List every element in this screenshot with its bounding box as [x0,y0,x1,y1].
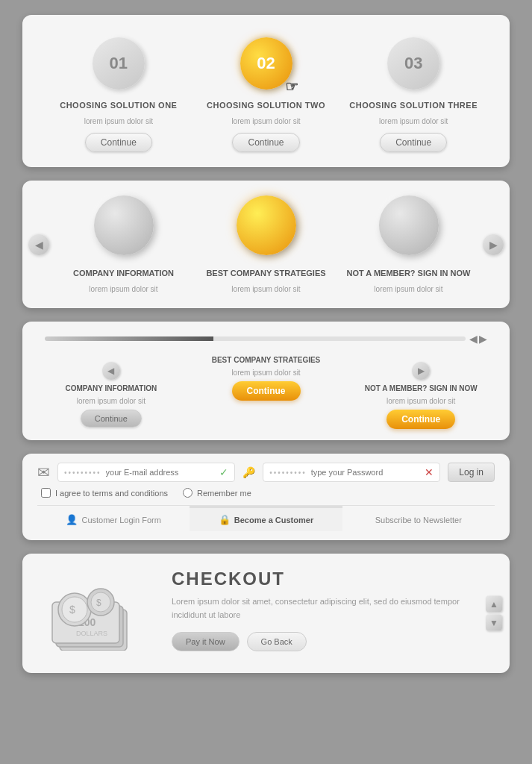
checkbox-row: I agree to terms and conditions Remember… [37,488,495,498]
ball-3 [379,195,439,255]
ball-col-2: BEST COMPANY STRATEGIES lorem ipsum dolo… [195,195,337,293]
p3-sub-3: lorem ipsum dolor sit [387,397,455,405]
remember-check: Remember me [183,488,251,498]
email-check-icon: ✓ [219,466,228,478]
envelope-icon: ✉ [37,463,50,481]
p3-col-2: BEST COMPANY STRATEGIES lorem ipsum dolo… [193,356,340,429]
checkout-icon-area: 100 DOLLARS $ $ [37,569,157,658]
remember-radio[interactable] [183,488,193,498]
key-icon: 🔑 [242,466,255,478]
step-2: 02 CHOOSING SOLUTION TWO lorem ipsum dol… [193,37,340,152]
step-sub-3: lorem ipsum dolor sit [379,117,448,125]
ball-2-active [237,195,296,255]
p3-title-3: NOT A MEMBER? SIGN IN NOW [365,384,478,392]
progress-track [45,336,466,341]
password-input[interactable] [311,468,421,477]
email-input[interactable] [106,468,216,477]
email-dots: ••••••••• [64,469,101,477]
step-title-2: CHOOSING SOLUTION TWO [207,101,325,110]
ball-title-3: NOT A MEMBER? SIGN IN NOW [346,269,470,278]
password-dots: ••••••••• [269,469,307,477]
scroll-down-button[interactable]: ▼ [486,615,502,631]
p3-right-arrow-3[interactable]: ▶ [412,362,430,380]
p3-btn-1[interactable]: Continue [81,410,142,428]
checkout-buttons: Pay it Now Go Back [172,632,495,651]
checkout-title: CHECKOUT [172,569,495,589]
step-circle-3: 03 [387,37,439,90]
p3-col-3: ▶ NOT A MEMBER? SIGN IN NOW lorem ipsum … [347,356,495,429]
prog-arrow-right[interactable]: ▶ [479,333,487,345]
checkout-panel: 100 DOLLARS $ $ CHECKOUT Lorem ipsum dol… [22,554,510,673]
step-circle-2: 02 [240,37,292,90]
step-circle-1: 01 [93,37,145,90]
svg-text:$: $ [69,604,75,616]
ball-sub-2: lorem ipsum dolor sit [231,285,300,293]
p3-cols: ◀ COMPANY INFORMATION lorem ipsum dolor … [37,356,495,429]
terms-check: I agree to terms and conditions [41,488,168,498]
progress-panel: ◀ ▶ ◀ COMPANY INFORMATION lorem ipsum do… [22,322,510,440]
tab-customer-login[interactable]: 👤 Customer Login Form [37,506,190,531]
ball-col-3: NOT A MEMBER? SIGN IN NOW lorem ipsum do… [337,195,480,293]
p3-btn-3[interactable]: Continue [387,410,455,429]
step-continue-btn-2[interactable]: Continue [232,133,299,152]
p3-nav-row-3: ▶ [347,362,495,380]
ball-panel: ◀ COMPANY INFORMATION lorem ipsum dolor … [22,181,510,308]
checkout-text: CHECKOUT Lorem ipsum dolor sit amet, con… [172,569,495,651]
step-sub-1: lorem ipsum dolor sit [84,117,153,125]
terms-checkbox[interactable] [41,488,51,498]
remember-label: Remember me [197,489,251,498]
tab-subscribe[interactable]: Subscribe to Newsletter [342,506,495,531]
ball-title-2: BEST COMPANY STRATEGIES [206,269,325,278]
svg-text:$: $ [96,598,101,608]
step-continue-btn-3[interactable]: Continue [380,133,447,152]
p3-title-2: BEST COMPANY STRATEGIES [212,356,321,364]
ball-cols: COMPANY INFORMATION lorem ipsum dolor si… [52,195,480,293]
money-illustration: 100 DOLLARS $ $ [37,569,149,651]
progress-arrows: ◀ ▶ [469,333,487,345]
login-button[interactable]: Log in [448,463,495,482]
p3-nav-row-1: ◀ [37,362,185,380]
login-panel: ✉ ••••••••• ✓ 🔑 ••••••••• ✕ Log in I agr… [22,454,510,540]
terms-label: I agree to terms and conditions [55,489,168,498]
tab-label-3: Subscribe to Newsletter [375,516,462,525]
ball-nav-left[interactable]: ◀ [28,234,49,255]
login-email-row: ✉ ••••••••• ✓ 🔑 ••••••••• ✕ Log in [37,463,495,482]
lock-icon: 🔒 [219,514,231,525]
pay-now-button[interactable]: Pay it Now [172,632,240,651]
p3-sub-1: lorem ipsum dolor sit [77,397,145,405]
step-1: 01 CHOOSING SOLUTION ONE lorem ipsum dol… [45,37,193,152]
p3-sub-2: lorem ipsum dolor sit [231,369,300,377]
progress-row: ◀ ▶ [37,333,495,345]
p3-title-1: COMPANY INFORMATION [65,384,157,392]
user-icon: 👤 [66,514,78,525]
p3-btn-2[interactable]: Continue [232,381,301,401]
tab-label-2: Become a Customer [234,516,313,525]
step-title-1: CHOOSING SOLUTION ONE [60,101,177,110]
p3-col-1: ◀ COMPANY INFORMATION lorem ipsum dolor … [37,356,185,429]
email-input-wrap[interactable]: ••••••••• ✓ [57,463,235,482]
tab-row: 👤 Customer Login Form 🔒 Become a Custome… [37,505,495,531]
step-title-3: CHOOSING SOLUTION THREE [349,101,478,110]
checkout-desc: Lorem ipsum dolor sit amet, consectetur … [172,595,495,621]
step-panel: 01 CHOOSING SOLUTION ONE lorem ipsum dol… [22,15,510,167]
scroll-up-button[interactable]: ▲ [486,596,502,613]
prog-arrow-left[interactable]: ◀ [469,333,478,345]
go-back-button[interactable]: Go Back [247,632,307,651]
ball-nav-right[interactable]: ▶ [483,234,504,255]
password-input-wrap[interactable]: ••••••••• ✕ [263,463,440,482]
step-continue-btn-1[interactable]: Continue [85,133,152,152]
ball-sub-1: lorem ipsum dolor sit [89,285,157,293]
scroll-controls: ▲ ▼ [486,596,502,631]
step-3: 03 CHOOSING SOLUTION THREE lorem ipsum d… [339,37,487,152]
tab-label-1: Customer Login Form [81,516,160,525]
svg-text:DOLLARS: DOLLARS [76,630,107,637]
p3-left-arrow-1[interactable]: ◀ [102,362,120,380]
ball-col-1: COMPANY INFORMATION lorem ipsum dolor si… [52,195,195,293]
tab-become-customer[interactable]: 🔒 Become a Customer [190,506,342,531]
password-clear-icon[interactable]: ✕ [425,466,434,478]
ball-title-1: COMPANY INFORMATION [73,269,174,278]
ball-1 [94,195,154,255]
step-sub-2: lorem ipsum dolor sit [231,117,300,125]
ball-sub-3: lorem ipsum dolor sit [374,285,442,293]
